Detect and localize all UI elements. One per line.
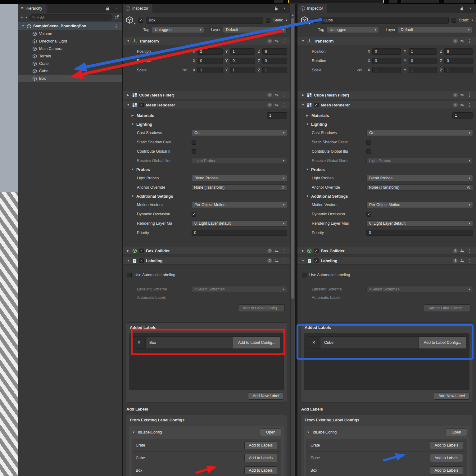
hierarchy-item-directional-light[interactable]: Directional Light <box>18 38 122 45</box>
mesh-renderer-component-header[interactable]: ▼ ✓ Mesh Renderer ? ⋮ <box>123 101 290 109</box>
kebab-menu-icon[interactable]: ⋮ <box>113 6 119 11</box>
position-z-field[interactable]: 6 <box>262 48 287 55</box>
foldout-icon[interactable]: ▼ <box>301 103 305 106</box>
position-z-field[interactable]: 6 <box>444 48 473 55</box>
lighting-section-header[interactable]: ▼ Lighting <box>123 120 290 128</box>
kebab-menu-icon[interactable]: ⋮ <box>281 258 287 263</box>
light-probes-dropdown[interactable]: Blend Probes▾ <box>366 175 473 181</box>
toolbar-button[interactable] <box>274 0 283 3</box>
component-enabled-checkbox[interactable]: ✓ <box>314 258 319 263</box>
labeling-component-header[interactable]: ▼ ✓ Labeling ? ⋮ <box>123 257 290 265</box>
remove-label-button[interactable]: × <box>133 337 146 348</box>
presets-icon[interactable] <box>460 258 465 263</box>
rotation-y-field[interactable]: 0 <box>230 58 255 64</box>
presets-icon[interactable] <box>274 39 279 43</box>
name-field[interactable] <box>321 17 449 24</box>
tab-inspector[interactable]: i Inspector <box>297 4 327 13</box>
object-picker-icon[interactable]: ⊙ <box>281 186 285 190</box>
foldout-icon[interactable]: ▼ <box>126 259 130 262</box>
toolbar-dropdown[interactable] <box>401 0 439 3</box>
static-dropdown-caret[interactable]: ▾ <box>471 19 473 22</box>
id-label-config-header[interactable]: ▼ IdLabelConfig Open <box>132 428 281 437</box>
foldout-icon[interactable]: ▼ <box>126 103 130 106</box>
scrollbar-thumb[interactable] <box>291 18 294 299</box>
component-enabled-checkbox[interactable]: ✓ <box>139 258 144 263</box>
rotation-z-field[interactable]: 0 <box>262 58 287 64</box>
foldout-icon[interactable]: ▼ <box>301 39 305 43</box>
scale-z-field[interactable]: 1 <box>444 67 473 73</box>
kebab-menu-icon[interactable]: ⋮ <box>467 102 473 107</box>
add-to-labels-button[interactable]: Add to Labels <box>430 454 463 462</box>
kebab-menu-icon[interactable]: ⋮ <box>467 6 474 11</box>
anchor-override-object-field[interactable]: None (Transform) ⊙ <box>366 184 473 191</box>
help-icon[interactable]: ? <box>453 103 458 107</box>
lock-icon[interactable] <box>274 6 279 11</box>
kebab-menu-icon[interactable]: ⋮ <box>467 248 473 253</box>
tab-inspector[interactable]: i Inspector <box>123 4 152 13</box>
help-icon[interactable]: ? <box>453 93 458 97</box>
added-label-name[interactable]: Cube <box>320 337 419 348</box>
anchor-override-object-field[interactable]: None (Transform) ⊙ <box>192 184 287 191</box>
create-button[interactable]: + <box>20 15 23 20</box>
hierarchy-item-main-camera[interactable]: Main Camera <box>18 45 122 52</box>
scale-y-field[interactable]: 1 <box>230 67 255 73</box>
light-probes-dropdown[interactable]: Blend Probes▾ <box>192 175 287 181</box>
kebab-menu-icon[interactable]: ⋮ <box>467 258 473 263</box>
labeling-component-header[interactable]: ▼ ✓ Labeling ? ⋮ <box>297 257 476 265</box>
help-icon[interactable]: ? <box>267 258 272 263</box>
component-enabled-checkbox[interactable]: ✓ <box>139 103 144 107</box>
box-collider-component-header[interactable]: ▶ ✓ Box Collider ? ⋮ <box>123 247 290 255</box>
transform-component-header[interactable]: ▼ Transform ? ⋮ <box>297 37 476 45</box>
rotation-y-field[interactable]: 0 <box>409 58 437 64</box>
kebab-menu-icon[interactable]: ⋮ <box>281 248 287 253</box>
toolbar-dropdown[interactable] <box>444 0 474 3</box>
foldout-icon[interactable]: ▼ <box>126 39 130 43</box>
tab-hierarchy[interactable]: ≡ Hierarchy <box>18 4 47 13</box>
add-to-labels-button[interactable]: Add to Labels <box>244 441 277 449</box>
rotation-x-field[interactable]: 0 <box>197 58 222 64</box>
layer-dropdown[interactable]: Default▾ <box>223 27 287 33</box>
probes-section-header[interactable]: ▼ Probes <box>123 165 290 173</box>
materials-row[interactable]: ▶ Materials 1 <box>123 111 290 120</box>
object-picker-icon[interactable]: ⊙ <box>467 186 470 190</box>
help-icon[interactable]: ? <box>453 258 458 263</box>
add-to-label-config-button[interactable]: Add to Label Config... <box>233 337 280 348</box>
static-dropdown-caret[interactable]: ▾ <box>286 19 287 22</box>
additional-settings-section-header[interactable]: ▼ Additional Settings <box>297 192 476 200</box>
lock-icon[interactable] <box>460 6 464 11</box>
rotation-x-field[interactable]: 0 <box>372 58 401 64</box>
vertical-scrollbar[interactable]: ▲ <box>290 13 295 476</box>
presets-icon[interactable] <box>460 39 465 43</box>
priority-field[interactable]: 0 <box>366 230 473 236</box>
foldout-icon[interactable]: ▶ <box>301 93 305 97</box>
foldout-icon[interactable]: ▼ <box>131 168 134 171</box>
materials-count-field[interactable]: 1 <box>267 112 287 119</box>
motion-vectors-dropdown[interactable]: Per Object Motion▾ <box>192 202 287 208</box>
create-dropdown-caret[interactable]: ▾ <box>25 16 27 19</box>
active-checkbox[interactable]: ✓ <box>138 18 143 23</box>
foldout-icon[interactable]: ▶ <box>301 249 305 252</box>
hierarchy-item-crate[interactable]: Crate <box>18 60 122 67</box>
link-scale-icon[interactable] <box>183 68 187 73</box>
presets-icon[interactable] <box>460 249 465 253</box>
active-checkbox[interactable]: ✓ <box>313 18 318 23</box>
kebab-menu-icon[interactable]: ⋮ <box>281 92 287 97</box>
name-field[interactable] <box>146 17 263 24</box>
kebab-menu-icon[interactable]: ⋮ <box>282 6 288 11</box>
presets-icon[interactable] <box>274 258 279 263</box>
kebab-menu-icon[interactable]: ⋮ <box>281 38 287 43</box>
gameobject-icon[interactable]: ▾ <box>300 16 311 25</box>
rendering-layer-mask-dropdown[interactable]: 0: Light Layer default▾ <box>192 220 287 227</box>
dynamic-occlusion-checkbox[interactable]: ✓ <box>366 212 371 217</box>
open-config-button[interactable]: Open <box>260 429 281 436</box>
lighting-section-header[interactable]: ▼ Lighting <box>297 120 476 128</box>
position-y-field[interactable]: 1 <box>409 48 437 55</box>
toolbar-search-input[interactable] <box>288 0 384 3</box>
presets-icon[interactable] <box>460 93 465 97</box>
mesh-filter-component-header[interactable]: ▶ Cube (Mesh Filter) ? ⋮ <box>123 91 290 99</box>
position-x-field[interactable]: 0 <box>372 48 401 55</box>
foldout-icon[interactable]: ▼ <box>306 168 309 171</box>
foldout-icon[interactable]: ▼ <box>21 25 25 28</box>
use-automatic-labeling-checkbox[interactable] <box>127 273 132 277</box>
foldout-icon[interactable]: ▼ <box>131 123 134 126</box>
